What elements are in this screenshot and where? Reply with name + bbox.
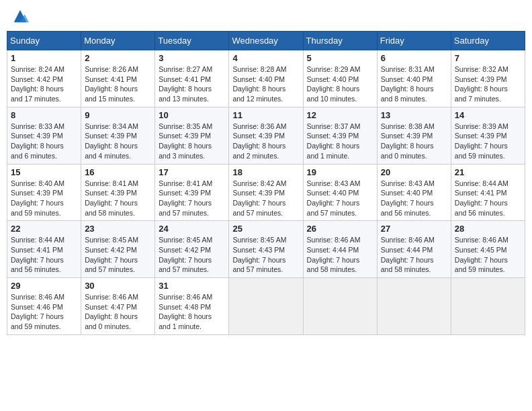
day-number: 25 bbox=[232, 224, 299, 234]
day-info: Sunrise: 8:40 AM Sunset: 4:39 PM Dayligh… bbox=[11, 179, 64, 217]
calendar-cell: 7 Sunrise: 8:32 AM Sunset: 4:39 PM Dayli… bbox=[451, 50, 525, 107]
calendar-cell: 19 Sunrise: 8:43 AM Sunset: 4:40 PM Dayl… bbox=[303, 164, 377, 221]
day-info: Sunrise: 8:24 AM Sunset: 4:42 PM Dayligh… bbox=[11, 65, 64, 103]
calendar-cell: 12 Sunrise: 8:37 AM Sunset: 4:39 PM Dayl… bbox=[303, 107, 377, 164]
day-number: 20 bbox=[381, 167, 447, 177]
day-number: 15 bbox=[11, 167, 77, 177]
day-number: 21 bbox=[455, 167, 521, 177]
logo bbox=[9, 7, 30, 26]
calendar-cell: 11 Sunrise: 8:36 AM Sunset: 4:39 PM Dayl… bbox=[229, 107, 303, 164]
calendar-cell: 31 Sunrise: 8:46 AM Sunset: 4:48 PM Dayl… bbox=[155, 278, 229, 335]
calendar-week-row: 15 Sunrise: 8:40 AM Sunset: 4:39 PM Dayl… bbox=[7, 164, 525, 221]
calendar-cell: 27 Sunrise: 8:46 AM Sunset: 4:44 PM Dayl… bbox=[377, 221, 451, 278]
calendar-cell: 4 Sunrise: 8:28 AM Sunset: 4:40 PM Dayli… bbox=[229, 50, 303, 107]
day-number: 29 bbox=[11, 281, 77, 291]
calendar-cell: 23 Sunrise: 8:45 AM Sunset: 4:42 PM Dayl… bbox=[81, 221, 155, 278]
day-info: Sunrise: 8:42 AM Sunset: 4:39 PM Dayligh… bbox=[232, 179, 286, 217]
calendar-cell: 22 Sunrise: 8:44 AM Sunset: 4:41 PM Dayl… bbox=[7, 221, 81, 278]
calendar-week-row: 1 Sunrise: 8:24 AM Sunset: 4:42 PM Dayli… bbox=[7, 50, 525, 107]
logo-icon bbox=[11, 7, 30, 26]
day-info: Sunrise: 8:38 AM Sunset: 4:39 PM Dayligh… bbox=[381, 122, 435, 160]
day-info: Sunrise: 8:45 AM Sunset: 4:42 PM Dayligh… bbox=[159, 236, 212, 273]
day-number: 31 bbox=[159, 281, 225, 291]
day-number: 10 bbox=[159, 110, 225, 120]
calendar-cell: 17 Sunrise: 8:41 AM Sunset: 4:39 PM Dayl… bbox=[155, 164, 229, 221]
day-info: Sunrise: 8:46 AM Sunset: 4:44 PM Dayligh… bbox=[381, 236, 435, 273]
calendar-cell bbox=[303, 278, 377, 335]
day-number: 9 bbox=[85, 110, 151, 120]
day-info: Sunrise: 8:31 AM Sunset: 4:40 PM Dayligh… bbox=[381, 65, 435, 103]
day-info: Sunrise: 8:34 AM Sunset: 4:39 PM Dayligh… bbox=[85, 122, 138, 160]
day-number: 19 bbox=[307, 167, 373, 177]
calendar-week-row: 22 Sunrise: 8:44 AM Sunset: 4:41 PM Dayl… bbox=[7, 221, 525, 278]
day-info: Sunrise: 8:44 AM Sunset: 4:41 PM Dayligh… bbox=[11, 236, 64, 273]
day-info: Sunrise: 8:27 AM Sunset: 4:41 PM Dayligh… bbox=[159, 65, 212, 103]
day-info: Sunrise: 8:43 AM Sunset: 4:40 PM Dayligh… bbox=[381, 179, 435, 217]
day-number: 12 bbox=[307, 110, 373, 120]
day-info: Sunrise: 8:46 AM Sunset: 4:44 PM Dayligh… bbox=[307, 236, 361, 273]
day-info: Sunrise: 8:33 AM Sunset: 4:39 PM Dayligh… bbox=[11, 122, 64, 160]
calendar-cell: 14 Sunrise: 8:39 AM Sunset: 4:39 PM Dayl… bbox=[451, 107, 525, 164]
day-number: 2 bbox=[85, 53, 151, 63]
day-number: 24 bbox=[159, 224, 225, 234]
day-number: 6 bbox=[381, 53, 447, 63]
day-info: Sunrise: 8:39 AM Sunset: 4:39 PM Dayligh… bbox=[455, 122, 508, 160]
day-number: 3 bbox=[159, 53, 225, 63]
day-info: Sunrise: 8:45 AM Sunset: 4:43 PM Dayligh… bbox=[232, 236, 286, 273]
calendar-header-friday: Friday bbox=[377, 32, 451, 50]
day-number: 17 bbox=[159, 167, 225, 177]
day-number: 26 bbox=[307, 224, 373, 234]
calendar-cell: 20 Sunrise: 8:43 AM Sunset: 4:40 PM Dayl… bbox=[377, 164, 451, 221]
day-number: 14 bbox=[455, 110, 521, 120]
day-info: Sunrise: 8:46 AM Sunset: 4:46 PM Dayligh… bbox=[11, 293, 64, 330]
day-number: 1 bbox=[11, 53, 77, 63]
day-info: Sunrise: 8:28 AM Sunset: 4:40 PM Dayligh… bbox=[232, 65, 286, 103]
calendar-cell: 24 Sunrise: 8:45 AM Sunset: 4:42 PM Dayl… bbox=[155, 221, 229, 278]
day-number: 8 bbox=[11, 110, 77, 120]
day-info: Sunrise: 8:46 AM Sunset: 4:47 PM Dayligh… bbox=[85, 293, 138, 330]
calendar-week-row: 8 Sunrise: 8:33 AM Sunset: 4:39 PM Dayli… bbox=[7, 107, 525, 164]
calendar-cell: 13 Sunrise: 8:38 AM Sunset: 4:39 PM Dayl… bbox=[377, 107, 451, 164]
day-info: Sunrise: 8:35 AM Sunset: 4:39 PM Dayligh… bbox=[159, 122, 212, 160]
calendar-cell: 10 Sunrise: 8:35 AM Sunset: 4:39 PM Dayl… bbox=[155, 107, 229, 164]
calendar-cell: 9 Sunrise: 8:34 AM Sunset: 4:39 PM Dayli… bbox=[81, 107, 155, 164]
calendar-cell: 21 Sunrise: 8:44 AM Sunset: 4:41 PM Dayl… bbox=[451, 164, 525, 221]
day-number: 5 bbox=[307, 53, 373, 63]
calendar-header-saturday: Saturday bbox=[451, 32, 525, 50]
calendar-header-tuesday: Tuesday bbox=[155, 32, 229, 50]
day-info: Sunrise: 8:44 AM Sunset: 4:41 PM Dayligh… bbox=[455, 179, 508, 217]
day-number: 4 bbox=[232, 53, 299, 63]
day-number: 13 bbox=[381, 110, 447, 120]
calendar-cell: 1 Sunrise: 8:24 AM Sunset: 4:42 PM Dayli… bbox=[7, 50, 81, 107]
day-number: 11 bbox=[232, 110, 299, 120]
day-info: Sunrise: 8:45 AM Sunset: 4:42 PM Dayligh… bbox=[85, 236, 138, 273]
calendar-cell: 6 Sunrise: 8:31 AM Sunset: 4:40 PM Dayli… bbox=[377, 50, 451, 107]
calendar-cell bbox=[451, 278, 525, 335]
day-number: 28 bbox=[455, 224, 521, 234]
day-info: Sunrise: 8:36 AM Sunset: 4:39 PM Dayligh… bbox=[232, 122, 286, 160]
day-number: 16 bbox=[85, 167, 151, 177]
calendar-cell bbox=[229, 278, 303, 335]
day-info: Sunrise: 8:41 AM Sunset: 4:39 PM Dayligh… bbox=[85, 179, 138, 217]
calendar-cell: 3 Sunrise: 8:27 AM Sunset: 4:41 PM Dayli… bbox=[155, 50, 229, 107]
calendar-cell: 5 Sunrise: 8:29 AM Sunset: 4:40 PM Dayli… bbox=[303, 50, 377, 107]
calendar-cell: 16 Sunrise: 8:41 AM Sunset: 4:39 PM Dayl… bbox=[81, 164, 155, 221]
day-number: 18 bbox=[232, 167, 299, 177]
calendar-cell: 28 Sunrise: 8:46 AM Sunset: 4:45 PM Dayl… bbox=[451, 221, 525, 278]
calendar-cell: 26 Sunrise: 8:46 AM Sunset: 4:44 PM Dayl… bbox=[303, 221, 377, 278]
calendar-cell: 2 Sunrise: 8:26 AM Sunset: 4:41 PM Dayli… bbox=[81, 50, 155, 107]
calendar-cell: 25 Sunrise: 8:45 AM Sunset: 4:43 PM Dayl… bbox=[229, 221, 303, 278]
day-number: 30 bbox=[85, 281, 151, 291]
day-number: 23 bbox=[85, 224, 151, 234]
day-info: Sunrise: 8:32 AM Sunset: 4:39 PM Dayligh… bbox=[455, 65, 508, 103]
day-number: 22 bbox=[11, 224, 77, 234]
day-info: Sunrise: 8:26 AM Sunset: 4:41 PM Dayligh… bbox=[85, 65, 138, 103]
calendar-header-monday: Monday bbox=[81, 32, 155, 50]
day-info: Sunrise: 8:41 AM Sunset: 4:39 PM Dayligh… bbox=[159, 179, 212, 217]
calendar-cell: 30 Sunrise: 8:46 AM Sunset: 4:47 PM Dayl… bbox=[81, 278, 155, 335]
calendar-cell: 18 Sunrise: 8:42 AM Sunset: 4:39 PM Dayl… bbox=[229, 164, 303, 221]
calendar-cell: 29 Sunrise: 8:46 AM Sunset: 4:46 PM Dayl… bbox=[7, 278, 81, 335]
calendar-cell: 8 Sunrise: 8:33 AM Sunset: 4:39 PM Dayli… bbox=[7, 107, 81, 164]
calendar-table: SundayMondayTuesdayWednesdayThursdayFrid… bbox=[7, 31, 525, 335]
calendar-cell bbox=[377, 278, 451, 335]
